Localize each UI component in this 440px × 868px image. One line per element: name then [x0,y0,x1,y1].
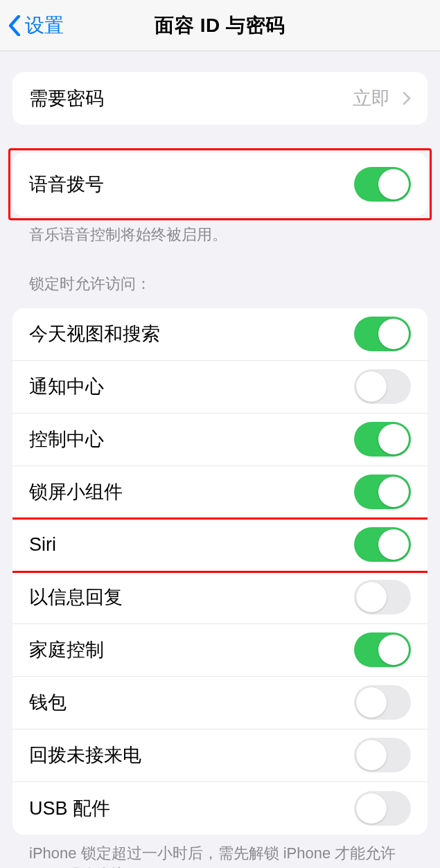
toggle-knob [378,635,409,665]
back-label: 设置 [25,12,64,39]
toggle-knob [356,371,387,402]
toggle-knob [378,169,409,200]
lock-access-row: USB 配件 [12,782,428,835]
lock-access-row: 以信息回复 [12,572,428,624]
lock-access-row: 家庭控制 [12,624,428,677]
lock-access-toggle[interactable] [354,317,411,351]
lock-access-toggle[interactable] [354,791,411,826]
lock-access-toggle[interactable] [354,527,411,562]
lock-access-label: USB 配件 [29,796,354,821]
toggle-knob [378,424,409,454]
group-voice-dial: 语音拨号 [12,152,428,216]
lock-access-toggle[interactable] [354,422,411,457]
lock-access-label: Siri [29,534,354,556]
lock-access-row: 今天视图和搜索 [12,308,428,361]
lock-access-toggle[interactable] [354,685,411,720]
lock-access-label: 回拨未接来电 [29,743,354,768]
navbar: 设置 面容 ID 与密码 [0,0,440,51]
chevron-right-icon [403,91,411,105]
lock-access-toggle[interactable] [354,738,411,772]
lock-access-label: 通知中心 [29,374,354,399]
lock-access-toggle[interactable] [354,580,411,614]
voice-dial-toggle[interactable] [354,167,411,202]
lock-access-toggle[interactable] [354,632,411,667]
lock-access-toggle[interactable] [354,369,411,404]
toggle-knob [356,793,387,824]
toggle-knob [356,740,387,770]
lock-access-label: 家庭控制 [29,637,354,662]
group-require-passcode: 需要密码 立即 [12,72,428,125]
toggle-knob [378,319,409,349]
lock-access-label: 锁屏小组件 [29,479,354,504]
lock-access-header: 锁定时允许访问： [12,246,428,301]
row-voice-dial: 语音拨号 [12,152,428,216]
toggle-knob [378,477,409,507]
lock-access-label: 钱包 [29,690,354,715]
highlight-siri-wrapper: Siri [12,519,428,572]
lock-access-row: 钱包 [12,677,428,729]
content: 需要密码 立即 语音拨号 音乐语音控制将始终被启用。 锁定时允许访问： 今天视图… [0,72,440,868]
toggle-knob [356,687,387,718]
voice-dial-label: 语音拨号 [29,172,354,197]
voice-dial-footer: 音乐语音控制将始终被启用。 [12,216,428,246]
back-button[interactable]: 设置 [0,12,64,39]
group-voice-dial-wrapper: 语音拨号 [12,152,428,216]
require-passcode-value: 立即 [353,86,390,111]
lock-access-label: 今天视图和搜索 [29,321,354,346]
require-passcode-label: 需要密码 [29,86,353,111]
lock-access-row: 锁屏小组件 [12,466,428,519]
lock-access-label: 以信息回复 [29,585,354,610]
lock-access-label: 控制中心 [29,427,354,452]
page-title: 面容 ID 与密码 [155,12,285,39]
lock-access-row: 控制中心 [12,414,428,466]
lock-access-toggle[interactable] [354,475,411,509]
toggle-knob [356,582,387,612]
group-lock-access: 今天视图和搜索通知中心控制中心锁屏小组件Siri以信息回复家庭控制钱包回拨未接来… [12,308,428,835]
lock-access-row: Siri [12,519,428,572]
lock-access-footer: iPhone 锁定超过一小时后，需先解锁 iPhone 才能允许 USB 配件连… [12,835,428,868]
toggle-knob [378,529,409,560]
lock-access-row: 回拨未接来电 [12,729,428,782]
chevron-left-icon [8,15,21,36]
lock-access-row: 通知中心 [12,361,428,414]
row-require-passcode[interactable]: 需要密码 立即 [12,72,428,125]
